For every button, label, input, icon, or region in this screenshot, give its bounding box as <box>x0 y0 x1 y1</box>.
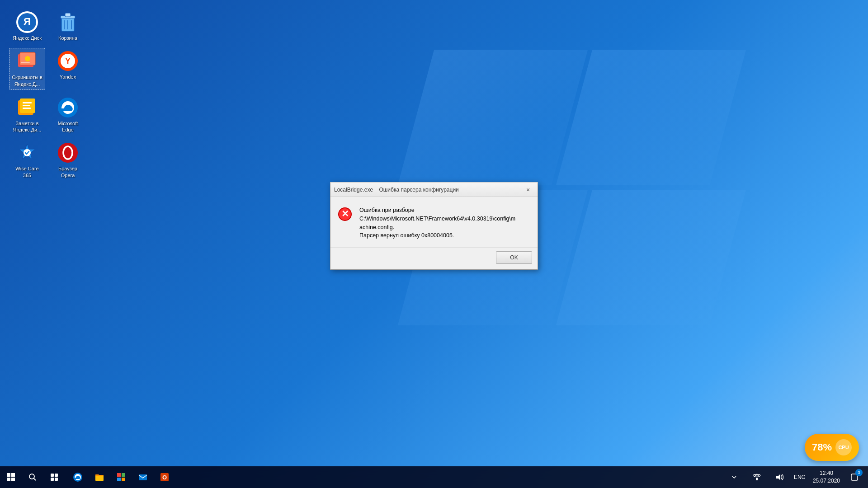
yandex-disk-icon: Я <box>16 11 38 33</box>
svg-rect-37 <box>51 478 54 481</box>
taskbar-time: 12:40 <box>820 469 833 477</box>
desktop-icon-notes[interactable]: Заметки в Яндекс.Ди... <box>9 94 45 136</box>
screenshots-label: Скриншоты в Яндекс.Д... <box>12 74 42 87</box>
taskbar-taskview-button[interactable] <box>43 466 65 488</box>
wise-care-icon <box>16 142 38 164</box>
svg-rect-41 <box>117 473 121 477</box>
svg-text:Y: Y <box>65 56 71 66</box>
desktop-icon-edge[interactable]: Microsoft Edge <box>50 94 86 136</box>
dialog-footer: OK <box>330 247 538 269</box>
dialog-overlay: LocalBridge.exe – Ошибка парсера конфигу… <box>0 0 868 488</box>
dialog-message-line1: Ошибка при разборе <box>359 207 415 213</box>
svg-line-34 <box>34 479 36 481</box>
taskbar: O <box>0 466 868 488</box>
desktop-wallpaper-beam <box>371 23 778 339</box>
taskbar-volume-icon[interactable] <box>769 466 790 488</box>
svg-point-33 <box>29 474 34 479</box>
taskbar-clock[interactable]: 12:40 25.07.2020 <box>809 466 844 488</box>
svg-rect-43 <box>117 478 121 481</box>
svg-rect-29 <box>7 473 10 477</box>
svg-rect-20 <box>23 108 31 109</box>
edge-icon <box>57 97 79 118</box>
svg-rect-19 <box>23 105 30 106</box>
svg-rect-31 <box>7 478 10 481</box>
yandex-browser-icon: Y <box>57 50 79 72</box>
taskbar-show-hidden-button[interactable] <box>723 466 745 488</box>
icon-row-0: Я Яндекс.Диск Корзина <box>9 9 86 43</box>
taskbar-app-store[interactable] <box>110 466 132 488</box>
dialog-title: LocalBridge.exe – Ошибка парсера конфигу… <box>334 187 459 193</box>
dialog-ok-button[interactable]: OK <box>496 251 532 264</box>
cpu-icon: CPU <box>835 439 852 455</box>
desktop-icons-area: Я Яндекс.Диск Корзина <box>9 9 86 181</box>
svg-rect-32 <box>11 478 15 481</box>
svg-rect-5 <box>65 13 71 17</box>
desktop-icon-yandex-disk[interactable]: Я Яндекс.Диск <box>9 9 45 43</box>
icon-row-3: Wise Care 365 Браузер Opera <box>9 140 86 181</box>
cpu-percent-label: 78% <box>812 441 832 453</box>
taskbar-app-explorer[interactable] <box>89 466 110 488</box>
taskbar-app-office[interactable]: O <box>154 466 175 488</box>
svg-rect-18 <box>23 102 32 103</box>
cpu-widget[interactable]: 78% CPU <box>805 434 859 461</box>
dialog-body: ✕ Ошибка при разборе C:\Windows\Microsof… <box>330 197 538 247</box>
wise-care-label: Wise Care 365 <box>11 165 43 178</box>
icon-row-2: Заметки в Яндекс.Ди... Microsoft Edge <box>9 94 86 136</box>
taskbar-app-mail[interactable] <box>132 466 154 488</box>
error-dialog[interactable]: LocalBridge.exe – Ошибка парсера конфигу… <box>330 182 538 270</box>
svg-rect-44 <box>122 478 125 481</box>
svg-rect-45 <box>139 474 147 480</box>
desktop-icon-wise-care[interactable]: Wise Care 365 <box>9 140 45 181</box>
screenshots-icon <box>16 51 38 72</box>
dialog-message-line2: C:\Windows\Microsoft.NET\Framework64\v4.… <box>359 216 515 222</box>
notes-icon <box>16 97 38 118</box>
opera-icon <box>57 142 79 164</box>
yandex-browser-label: Yandex <box>60 74 76 80</box>
desktop-icon-yandex-browser[interactable]: Y Yandex <box>50 48 86 90</box>
taskbar-right-area: ENG 12:40 25.07.2020 3 <box>723 466 868 488</box>
taskbar-start-button[interactable] <box>0 466 22 488</box>
error-icon: ✕ <box>338 207 352 221</box>
svg-marker-49 <box>776 474 780 480</box>
taskbar-search-button[interactable] <box>22 466 43 488</box>
desktop-icon-recycle-bin[interactable]: Корзина <box>50 9 86 43</box>
svg-rect-42 <box>122 473 125 477</box>
taskbar-notification-button[interactable]: 3 <box>844 466 864 488</box>
taskbar-apps-area: O <box>65 466 723 488</box>
svg-rect-36 <box>55 474 58 477</box>
taskbar-network-icon[interactable] <box>746 466 768 488</box>
desktop-icon-opera[interactable]: Браузер Opera <box>50 140 86 181</box>
cpu-text-label: CPU <box>838 445 849 450</box>
taskbar-date: 25.07.2020 <box>813 477 840 485</box>
svg-point-11 <box>25 56 30 61</box>
svg-text:✕: ✕ <box>341 209 349 219</box>
svg-rect-38 <box>55 478 58 481</box>
taskbar-app-edge[interactable] <box>67 466 89 488</box>
recycle-bin-icon <box>57 11 79 33</box>
desktop-icon-screenshots[interactable]: Скриншоты в Яндекс.Д... <box>9 48 45 90</box>
svg-rect-48 <box>756 478 758 480</box>
notification-badge: 3 <box>855 469 863 476</box>
taskbar-language-indicator[interactable]: ENG <box>791 466 808 488</box>
svg-rect-12 <box>21 62 30 63</box>
dialog-close-button[interactable]: × <box>522 185 534 194</box>
opera-label: Браузер Opera <box>52 165 84 178</box>
svg-point-21 <box>58 98 78 117</box>
dialog-message-line4: Парсер вернул ошибку 0x80004005. <box>359 232 454 239</box>
icon-row-1: Скриншоты в Яндекс.Д... Y Yandex <box>9 48 86 90</box>
dialog-message: Ошибка при разборе C:\Windows\Microsoft.… <box>359 206 515 240</box>
notes-label: Заметки в Яндекс.Ди... <box>11 120 43 133</box>
edge-label: Microsoft Edge <box>52 120 84 133</box>
svg-rect-30 <box>11 473 15 477</box>
svg-text:Я: Я <box>24 16 31 27</box>
dialog-titlebar: LocalBridge.exe – Ошибка парсера конфигу… <box>330 183 538 197</box>
desktop: Я Яндекс.Диск Корзина <box>0 0 868 488</box>
recycle-bin-label: Корзина <box>58 35 77 41</box>
svg-text:O: O <box>162 474 167 481</box>
svg-rect-35 <box>51 474 54 477</box>
dialog-message-line3: achine.config. <box>359 224 394 230</box>
yandex-disk-label: Яндекс.Диск <box>13 35 42 41</box>
